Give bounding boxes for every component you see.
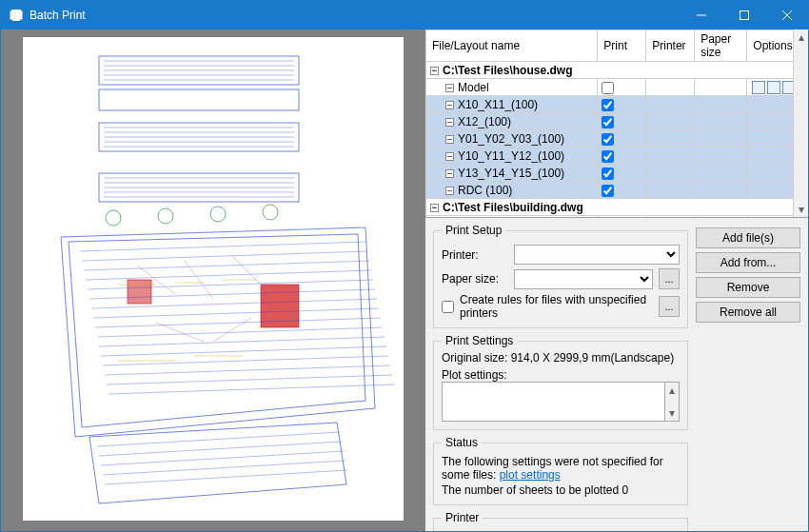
rules-browse-button[interactable]: ...	[659, 296, 680, 317]
svg-point-16	[263, 205, 278, 220]
print-checkbox[interactable]	[602, 116, 614, 128]
preview-paper	[23, 37, 404, 521]
close-button[interactable]	[765, 1, 808, 30]
file-row[interactable]: −C:\Test Files\building.dwg	[426, 199, 808, 216]
grid-scrollbar[interactable]: ▴ ▾	[793, 30, 808, 217]
leaf-icon: –	[445, 169, 454, 178]
status-line2: The number of sheets to be plotted 0	[442, 483, 680, 497]
svg-rect-12	[128, 280, 151, 304]
option-icon[interactable]	[767, 81, 780, 94]
create-rules-checkbox[interactable]	[442, 301, 454, 313]
papersize-browse-button[interactable]: ...	[659, 268, 680, 289]
preview-pane	[1, 30, 425, 532]
grid-header-row: File/Layout name Print Printer Paper siz…	[426, 30, 808, 62]
svg-rect-2	[12, 16, 20, 21]
layout-row-model[interactable]: –Model	[426, 79, 808, 96]
papersize-label: Paper size:	[442, 272, 508, 286]
status-group: Status The following settings were not s…	[433, 436, 688, 505]
col-printer[interactable]: Printer	[646, 30, 695, 62]
minimize-button[interactable]	[680, 1, 722, 30]
leaf-icon: –	[445, 118, 454, 127]
layout-row[interactable]: –RDC (100)	[426, 182, 808, 199]
layout-row[interactable]: –Y10_Y11_Y12_(100)	[426, 148, 808, 165]
svg-rect-4	[740, 11, 748, 20]
layout-row[interactable]: –Y01_Y02_Y03_(100)	[426, 130, 808, 148]
leaf-icon: –	[445, 187, 454, 195]
svg-point-13	[106, 210, 121, 226]
leaf-icon: –	[445, 152, 454, 161]
option-icon[interactable]	[752, 81, 765, 94]
scroll-up-icon[interactable]: ▴	[794, 30, 808, 45]
leaf-icon: –	[445, 135, 454, 144]
printer-group: Printer Add stamp	[433, 511, 688, 532]
scroll-down-icon[interactable]: ▾	[794, 202, 808, 217]
layout-row[interactable]: –X12_(100)	[426, 113, 808, 130]
file-row[interactable]: −C:\Test Files\house.dwg	[426, 62, 808, 79]
printer-select[interactable]	[514, 245, 680, 265]
layout-row-model[interactable]: –Model	[426, 216, 808, 219]
plot-settings-textarea[interactable]	[442, 382, 665, 422]
svg-point-15	[210, 207, 226, 222]
col-papersize[interactable]: Paper size	[695, 30, 747, 62]
remove-button[interactable]: Remove	[696, 277, 800, 298]
print-checkbox[interactable]	[602, 185, 614, 197]
leaf-icon: –	[445, 84, 454, 92]
col-file[interactable]: File/Layout name	[426, 30, 598, 62]
scroll-up-icon[interactable]: ▴	[665, 383, 679, 398]
svg-point-14	[158, 208, 173, 224]
leaf-icon: –	[445, 101, 454, 109]
collapse-icon[interactable]: −	[430, 67, 439, 75]
add-files-button[interactable]: Add file(s)	[696, 227, 800, 248]
layout-row[interactable]: –X10_X11_(100)	[426, 96, 808, 113]
app-icon	[9, 8, 24, 23]
papersize-select[interactable]	[514, 269, 653, 289]
print-setup-group: Print Setup Printer: Paper size: ... Cre…	[433, 224, 688, 328]
col-print[interactable]: Print	[598, 30, 646, 62]
textarea-scrollbar[interactable]: ▴▾	[665, 382, 680, 422]
remove-all-button[interactable]: Remove all	[696, 302, 800, 323]
plot-settings-link[interactable]: plot settings	[500, 468, 561, 482]
collapse-icon[interactable]: −	[430, 204, 439, 212]
scroll-down-icon[interactable]: ▾	[665, 405, 679, 421]
svg-rect-1	[11, 10, 21, 12]
printer-label: Printer:	[442, 248, 508, 262]
add-from-button[interactable]: Add from...	[696, 252, 800, 273]
create-rules-label: Create rules for files with unspecified …	[460, 293, 653, 320]
layout-row[interactable]: –Y13_Y14_Y15_(100)	[426, 165, 808, 182]
svg-rect-8	[99, 89, 299, 110]
print-checkbox[interactable]	[602, 167, 614, 180]
print-checkbox[interactable]	[602, 82, 614, 94]
plot-settings-label: Plot settings:	[442, 368, 680, 382]
print-checkbox[interactable]	[602, 133, 614, 146]
window-title: Batch Print	[30, 9, 680, 22]
print-checkbox[interactable]	[602, 99, 614, 111]
svg-rect-11	[261, 285, 299, 327]
print-settings-group: Print Settings Original size: 914,0 X 29…	[433, 334, 688, 430]
status-line1: The following settings were not specifie…	[442, 455, 680, 482]
files-grid[interactable]: ▴ ▾ File/Layout name Print Printer Paper…	[425, 30, 808, 218]
print-checkbox[interactable]	[602, 150, 614, 163]
original-size-text: Original size: 914,0 X 2999,9 mm(Landsca…	[442, 351, 680, 365]
maximize-button[interactable]	[722, 1, 765, 30]
